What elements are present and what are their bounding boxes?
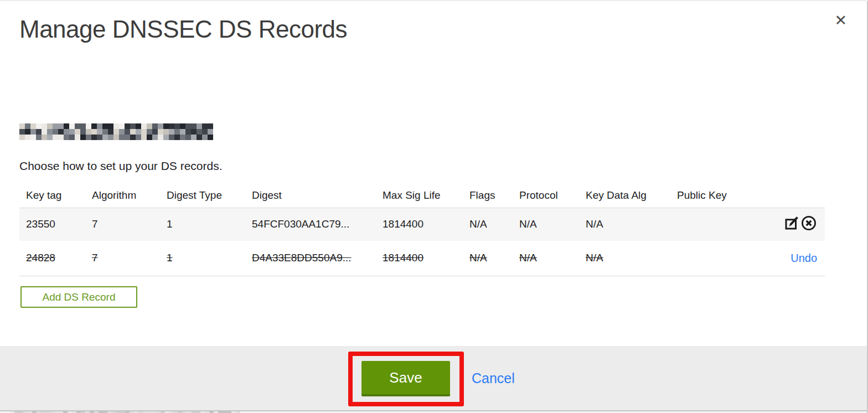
undo-link[interactable]: Undo: [790, 252, 817, 264]
save-button[interactable]: Save: [361, 361, 450, 396]
col-header-public-key: Public Key: [670, 184, 825, 208]
cell-protocol: N/A: [519, 218, 537, 230]
col-header-digest-type: Digest Type: [160, 184, 245, 208]
cell-digest: 54FCF030AA1C79...: [252, 218, 349, 230]
cancel-link[interactable]: Cancel: [472, 370, 515, 386]
col-header-digest: Digest: [245, 184, 376, 208]
table-row-active: 23550 7 1 54FCF030AA1C79... 1814400 N/A …: [19, 208, 825, 241]
cell-max-sig-life: 1814400: [383, 218, 423, 230]
col-header-flags: Flags: [463, 184, 513, 208]
cell-key-tag: 23550: [26, 218, 55, 230]
ds-records-table: Key tag Algorithm Digest Type Digest Max…: [19, 184, 825, 276]
table-row-deleted: 24828 7 1 D4A33E8DD550A9... 1814400 N/A …: [19, 241, 825, 276]
col-header-protocol: Protocol: [513, 184, 579, 208]
edit-icon[interactable]: [783, 215, 800, 234]
add-ds-record-button[interactable]: Add DS Record: [20, 286, 137, 308]
cell-key-tag: 24828: [26, 252, 55, 264]
redacted-domain-name: [19, 123, 213, 140]
cell-digest-type: 1: [167, 252, 173, 264]
dialog-subtitle: Choose how to set up your DS records.: [19, 159, 223, 173]
delete-icon[interactable]: [800, 215, 817, 234]
col-header-key-data-alg: Key Data Alg: [579, 184, 670, 208]
dialog-title: Manage DNSSEC DS Records: [19, 16, 347, 43]
table-header-row: Key tag Algorithm Digest Type Digest Max…: [19, 184, 825, 208]
cell-max-sig-life: 1814400: [383, 252, 423, 264]
dnssec-dialog: Manage DNSSEC DS Records ✕ Choose how to…: [0, 0, 868, 413]
cell-algorithm: 7: [92, 218, 98, 230]
cell-key-data-alg: N/A: [586, 252, 603, 264]
cell-flags: N/A: [469, 252, 487, 264]
col-header-max-sig-life: Max Sig Life: [376, 184, 463, 208]
cell-algorithm: 7: [92, 252, 98, 264]
cell-digest: D4A33E8DD550A9...: [252, 252, 352, 264]
cell-digest-type: 1: [167, 218, 173, 230]
close-icon[interactable]: ✕: [834, 13, 847, 28]
col-header-algorithm: Algorithm: [85, 184, 160, 208]
cell-protocol: N/A: [519, 252, 537, 264]
col-header-key-tag: Key tag: [19, 184, 85, 208]
cell-flags: N/A: [469, 218, 487, 230]
cell-key-data-alg: N/A: [586, 218, 603, 230]
